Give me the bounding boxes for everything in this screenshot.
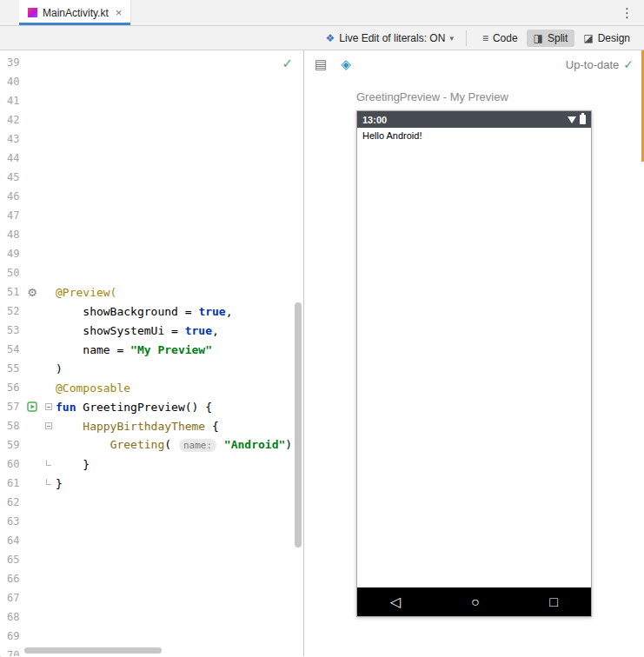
uptodate-check-icon: ✓ (623, 57, 634, 71)
live-edit-dropdown[interactable]: ❖ Live Edit of literals: ON ▾ (322, 30, 457, 46)
line-number: 41 (0, 95, 23, 107)
code-text: ) (56, 362, 63, 375)
horizontal-scrollbar[interactable] (24, 647, 162, 654)
editor-line[interactable]: 66 (0, 569, 303, 588)
editor-line[interactable]: 67 (0, 588, 303, 607)
code-text: } (56, 458, 90, 471)
fold-marker-icon[interactable] (45, 422, 52, 429)
editor-line[interactable]: 53 showSystemUi = true, (0, 321, 303, 340)
code-text: showBackground = true, (56, 305, 233, 318)
line-number: 53 (0, 324, 23, 336)
line-number: 56 (0, 382, 23, 394)
line-number: 46 (0, 190, 23, 202)
editor-line[interactable]: 51⚙@Preview( (0, 282, 303, 302)
line-number: 48 (0, 229, 23, 241)
mode-design-button[interactable]: ◪Design (576, 30, 637, 47)
home-icon[interactable]: ○ (471, 594, 480, 610)
mode-code-button[interactable]: ≡Code (475, 30, 525, 47)
editor-line[interactable]: 45 (0, 168, 303, 187)
back-icon[interactable]: ◁ (390, 594, 401, 610)
status-time: 13:00 (362, 115, 387, 125)
code-text: showSystemUi = true, (56, 324, 219, 337)
code-text: @Composable (56, 382, 130, 395)
editor-line[interactable]: 59 Greeting( name: "Android") (0, 435, 303, 455)
editor-line[interactable]: 61} (0, 474, 303, 493)
code-text: Greeting( name: "Android") (56, 438, 292, 452)
android-studio-window: MainActivity.kt × ⋮ ❖ Live Edit of liter… (0, 0, 644, 657)
kebab-menu-icon[interactable]: ⋮ (610, 5, 644, 21)
close-icon[interactable]: × (116, 6, 123, 19)
editor-line[interactable]: 55) (0, 359, 303, 378)
fold-end-marker (46, 479, 51, 485)
gear-icon[interactable]: ⚙ (23, 286, 42, 299)
hello-text: Hello Android! (362, 130, 422, 141)
editor-line[interactable]: 47 (0, 206, 303, 225)
code-text: @Preview( (56, 286, 116, 299)
editor-line[interactable]: 39 (0, 53, 303, 72)
preview-display-icon[interactable]: ▤ (315, 56, 327, 72)
editor-line[interactable]: 48 (0, 225, 303, 244)
code-icon: ≡ (482, 32, 488, 44)
param-name-hint: name: (179, 439, 216, 452)
phone-status-bar: 13:00 (357, 111, 591, 128)
editor-line[interactable]: 56@Composable (0, 378, 303, 397)
line-number: 61 (0, 477, 23, 489)
code-text: } (56, 477, 63, 490)
editor-line[interactable]: 43 (0, 129, 303, 149)
editor-line[interactable]: 57fun GreetingPreview() { (0, 397, 303, 416)
editor-line[interactable]: 49 (0, 244, 303, 263)
line-number: 45 (0, 171, 23, 183)
mode-split-button[interactable]: ◨Split (527, 30, 575, 47)
split-icon: ◨ (534, 32, 543, 44)
battery-icon (580, 115, 586, 124)
run-preview-icon[interactable] (23, 402, 42, 412)
editor-line[interactable]: 69 (0, 627, 303, 646)
fold-marker-icon[interactable] (45, 403, 52, 410)
line-number: 69 (0, 630, 23, 642)
editor-line[interactable]: 50 (0, 263, 303, 282)
recents-icon[interactable]: □ (549, 594, 558, 610)
code-text: fun GreetingPreview() { (56, 401, 212, 414)
toolbar-separator (466, 30, 467, 46)
preview-title[interactable]: GreetingPreview - My Preview (356, 90, 592, 103)
editor-lines: 39404142434445464748495051⚙@Preview(52 s… (0, 53, 303, 656)
editor-line[interactable]: 68 (0, 607, 303, 627)
line-number: 65 (0, 554, 23, 566)
editor-line[interactable]: 62 (0, 493, 303, 512)
line-number: 47 (0, 209, 23, 222)
editor-line[interactable]: 40 (0, 72, 303, 91)
editor-line[interactable]: 60 } (0, 455, 303, 474)
tab-title: MainActivity.kt (43, 7, 109, 19)
editor-line[interactable]: 52 showBackground = true, (0, 302, 303, 321)
editor-line[interactable]: 41 (0, 91, 303, 110)
phone-preview[interactable]: 13:00 Hello Android! ◁ ○ □ (356, 110, 592, 617)
editor-mode-switcher: ≡Code◨Split◪Design (475, 30, 637, 47)
line-number: 39 (0, 56, 23, 69)
editor-line[interactable]: 54 name = "My Preview" (0, 340, 303, 359)
line-number: 59 (0, 439, 23, 451)
code-editor[interactable]: 39404142434445464748495051⚙@Preview(52 s… (0, 50, 303, 656)
editor-line[interactable]: 46 (0, 187, 303, 206)
editor-line[interactable]: 44 (0, 149, 303, 168)
preview-pane: ▤ ◈ Up-to-date ✓ GreetingPreview - My Pr… (304, 50, 644, 656)
line-number: 42 (0, 114, 23, 126)
editor-line[interactable]: 42 (0, 110, 303, 129)
editor-line[interactable]: 63 (0, 512, 303, 531)
tab-mainactivity[interactable]: MainActivity.kt × (19, 0, 131, 25)
line-number: 43 (0, 133, 23, 145)
live-edit-icon: ❖ (326, 32, 335, 44)
line-number: 49 (0, 248, 23, 260)
editor-line[interactable]: 65 (0, 550, 303, 569)
build-status: Up-to-date ✓ (566, 57, 634, 71)
editor-line[interactable]: 64 (0, 531, 303, 550)
line-number: 63 (0, 515, 23, 528)
wifi-icon (568, 116, 576, 123)
vertical-scrollbar[interactable] (295, 302, 302, 548)
live-edit-label: Live Edit of literals: ON (339, 32, 445, 44)
line-number: 50 (0, 267, 23, 279)
line-number: 57 (0, 401, 23, 413)
layers-icon[interactable]: ◈ (341, 56, 351, 72)
mode-split-label: Split (548, 32, 568, 44)
editor-line[interactable]: 58 HappyBirthdayTheme { (0, 416, 303, 435)
phone-screen: Hello Android! (357, 128, 591, 587)
